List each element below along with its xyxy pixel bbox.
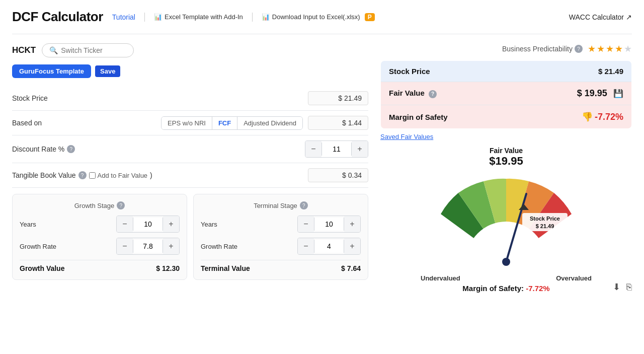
tbv-checkbox[interactable] xyxy=(89,172,96,179)
wacc-label: WACC Calculator xyxy=(569,13,624,21)
stock-price-row: Stock Price $ 21.49 xyxy=(12,86,368,111)
tbv-label: Tangible Book Value ? Add to Fair Value … xyxy=(12,171,152,179)
growth-rate-stepper: − + xyxy=(116,238,180,255)
predictability-label: Business Predictability ? xyxy=(502,45,583,53)
growth-value-label: Growth Value xyxy=(20,264,64,272)
growth-years-row: Years − + xyxy=(20,216,180,233)
terminal-rate-input[interactable] xyxy=(314,240,344,253)
terminal-rate-label: Growth Rate xyxy=(201,243,237,250)
star-4: ★ xyxy=(615,43,623,54)
external-link-icon: ↗ xyxy=(626,13,632,21)
growth-stage-help-icon[interactable]: ? xyxy=(117,201,125,209)
terminal-years-stepper: − + xyxy=(297,216,361,233)
premium-badge: P xyxy=(365,13,375,21)
discount-rate-stepper: − + xyxy=(305,140,368,158)
tbv-checkbox-label: Add to Fair Value xyxy=(89,172,147,179)
summary-table: Stock Price $ 21.49 Fair Value ? $ 19.95… xyxy=(380,60,632,129)
growth-rate-label: Growth Rate xyxy=(20,243,56,250)
thumb-down-icon: 👎 xyxy=(582,112,593,122)
star-1: ★ xyxy=(588,43,596,54)
svg-point-2 xyxy=(502,258,510,266)
gauge-fair-label: Fair Value xyxy=(489,147,523,155)
gauge-undervalued-label: Undervalued xyxy=(421,274,460,282)
divider2 xyxy=(252,13,253,22)
discount-rate-label: Discount Rate % ? xyxy=(12,145,75,153)
predictability-help-icon[interactable]: ? xyxy=(575,45,583,53)
tbv-value: $ 0.34 xyxy=(308,168,368,182)
search-icon: 🔍 xyxy=(49,46,58,54)
margin-summary-value: 👎 -7.72% xyxy=(517,105,631,129)
terminal-stage-title: Terminal Stage ? xyxy=(201,201,361,209)
discount-rate-plus-button[interactable]: + xyxy=(352,141,368,157)
terminal-years-row: Years − + xyxy=(201,216,361,233)
tab-fcf[interactable]: FCF xyxy=(212,117,237,129)
stock-price-value: $ 21.49 xyxy=(308,91,368,105)
save-fair-value-icon[interactable]: 💾 xyxy=(613,89,623,98)
stock-price-label: Stock Price xyxy=(12,94,48,102)
discount-rate-row: Discount Rate % ? − + xyxy=(12,135,368,163)
based-on-tabs: EPS w/o NRI FCF Adjusted Dividend xyxy=(161,116,303,130)
gauge-container: Fair Value $19.95 xyxy=(380,147,632,293)
excel-template-label: Excel Template with Add-In xyxy=(165,13,243,21)
saved-fair-values-link[interactable]: Saved Fair Values xyxy=(380,133,632,140)
tbv-row: Tangible Book Value ? Add to Fair Value … xyxy=(12,163,368,188)
divider xyxy=(144,13,145,22)
growth-value-footer: Growth Value $ 12.30 xyxy=(20,260,180,272)
terminal-rate-minus-button[interactable]: − xyxy=(298,238,314,254)
growth-rate-input[interactable] xyxy=(133,240,163,253)
download-excel-label: Download Input to Excel(.xlsx) xyxy=(272,13,360,21)
discount-rate-input[interactable] xyxy=(321,143,352,156)
save-button[interactable]: Save xyxy=(95,65,120,77)
terminal-value-label: Terminal Value xyxy=(201,264,250,272)
margin-summary-row: Margin of Safety 👎 -7.72% xyxy=(381,105,632,129)
fair-value-help-icon[interactable]: ? xyxy=(429,90,437,98)
search-input[interactable] xyxy=(61,46,126,54)
growth-years-input[interactable] xyxy=(133,218,163,231)
ticker-search-box[interactable]: 🔍 xyxy=(42,43,134,57)
tab-dividend[interactable]: Adjusted Dividend xyxy=(237,117,302,129)
terminal-value-footer: Terminal Value $ 7.64 xyxy=(201,260,361,272)
excel-icon: 📊 xyxy=(154,13,162,21)
download-excel-link[interactable]: 📊 Download Input to Excel(.xlsx) P xyxy=(262,13,375,21)
tab-eps[interactable]: EPS w/o NRI xyxy=(162,117,212,129)
growth-rate-plus-button[interactable]: + xyxy=(163,238,179,254)
growth-years-plus-button[interactable]: + xyxy=(163,216,179,232)
growth-years-minus-button[interactable]: − xyxy=(117,216,133,232)
star-3: ★ xyxy=(606,43,614,54)
growth-rate-row: Growth Rate − + xyxy=(20,238,180,255)
growth-value: $ 12.30 xyxy=(156,264,180,272)
gauge-labels: Undervalued Overvalued xyxy=(421,274,592,282)
terminal-years-input[interactable] xyxy=(314,218,344,231)
excel-template-link[interactable]: 📊 Excel Template with Add-In xyxy=(154,13,243,21)
predictability-row: Business Predictability ? ★ ★ ★ ★ ★ xyxy=(380,43,632,54)
app-title: DCF Calculator xyxy=(12,9,103,25)
growth-years-stepper: − + xyxy=(116,216,180,233)
terminal-years-minus-button[interactable]: − xyxy=(298,216,314,232)
growth-years-label: Years xyxy=(20,221,36,228)
terminal-years-plus-button[interactable]: + xyxy=(344,216,360,232)
growth-rate-minus-button[interactable]: − xyxy=(117,238,133,254)
based-on-value: $ 1.44 xyxy=(308,116,368,130)
stock-price-summary-row: Stock Price $ 21.49 xyxy=(381,61,632,82)
terminal-stage-help-icon[interactable]: ? xyxy=(300,201,308,209)
template-button[interactable]: GuruFocus Template xyxy=(12,64,91,78)
gauge-overvalued-label: Overvalued xyxy=(556,274,592,282)
growth-stage-box: Growth Stage ? Years − + Growth Rate xyxy=(12,194,187,280)
terminal-rate-stepper: − + xyxy=(297,238,361,255)
svg-text:$ 21.49: $ 21.49 xyxy=(536,223,554,229)
stock-price-summary-label: Stock Price xyxy=(381,61,518,82)
svg-text:Stock Price: Stock Price xyxy=(530,216,560,222)
terminal-rate-plus-button[interactable]: + xyxy=(344,238,360,254)
wacc-link[interactable]: WACC Calculator ↗ xyxy=(569,13,632,21)
tutorial-link[interactable]: Tutorial xyxy=(112,13,135,21)
gauge-download-button[interactable]: ⬇ xyxy=(613,281,620,293)
discount-rate-minus-button[interactable]: − xyxy=(305,141,321,157)
gauge-share-button[interactable]: ⎘ xyxy=(626,281,632,293)
discount-rate-help-icon[interactable]: ? xyxy=(67,145,75,153)
based-on-row: Based on EPS w/o NRI FCF Adjusted Divide… xyxy=(12,111,368,135)
gauge-svg: Stock Price $ 21.49 xyxy=(411,169,602,279)
star-2: ★ xyxy=(597,43,605,54)
terminal-years-label: Years xyxy=(201,221,217,228)
terminal-rate-row: Growth Rate − + xyxy=(201,238,361,255)
tbv-help-icon[interactable]: ? xyxy=(78,171,87,179)
